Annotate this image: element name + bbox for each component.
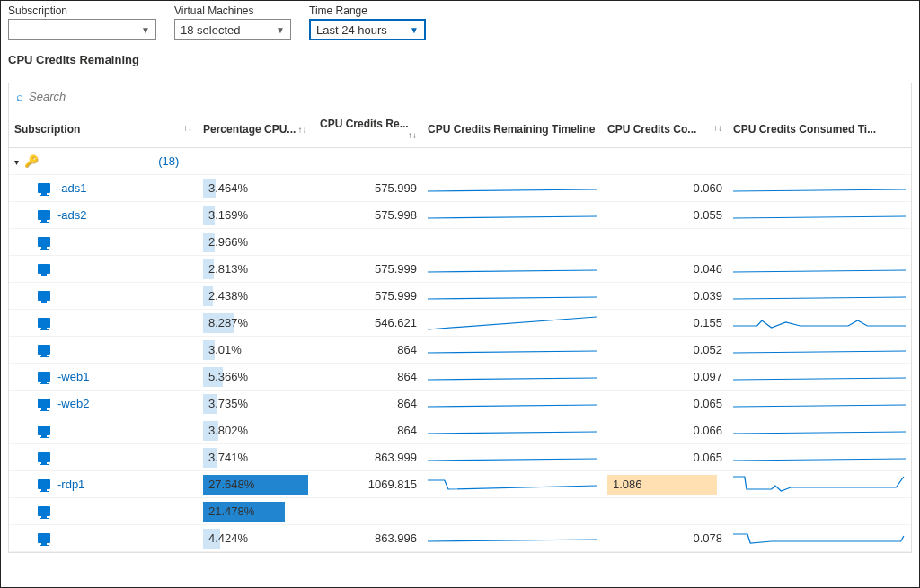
percentage-cpu-bar: 3.01% bbox=[203, 340, 309, 360]
credits-consumed-sparkline bbox=[728, 444, 911, 471]
vm-icon bbox=[38, 426, 50, 435]
credits-consumed-value bbox=[602, 229, 728, 256]
subscription-label: Subscription bbox=[8, 4, 156, 17]
vm-icon bbox=[38, 372, 50, 382]
credits-consumed-value: 0.052 bbox=[602, 337, 728, 364]
credits-consumed-value: 0.066 bbox=[602, 417, 728, 444]
percentage-cpu-bar: 3.741% bbox=[203, 448, 309, 468]
vm-link[interactable]: -rdp1 bbox=[58, 478, 84, 491]
credits-remaining-value: 864 bbox=[314, 364, 422, 391]
section-title: CPU Credits Remaining bbox=[1, 40, 919, 83]
table-row: 3.741% 863.9990.065 bbox=[9, 444, 911, 471]
table-row: -ads2 3.169% 575.9980.055 bbox=[9, 202, 911, 229]
credits-remaining-sparkline bbox=[422, 364, 602, 391]
percentage-cpu-bar: 21.478% bbox=[203, 502, 309, 522]
table-row: 2.966% bbox=[9, 229, 911, 256]
vm-link[interactable]: -web1 bbox=[58, 370, 89, 383]
credits-remaining-value: 863.999 bbox=[314, 444, 422, 471]
table-row: 2.438% 575.9990.039 bbox=[9, 283, 911, 310]
table-row: 4.424% 863.9960.078 bbox=[9, 525, 911, 552]
vm-icon bbox=[38, 345, 50, 355]
table-row: 3.802% 8640.066 bbox=[9, 417, 911, 444]
credits-consumed-sparkline bbox=[728, 364, 911, 391]
chevron-down-icon: ▼ bbox=[410, 25, 419, 35]
percentage-cpu-bar: 5.366% bbox=[203, 367, 309, 387]
group-count[interactable]: (18) bbox=[158, 154, 179, 168]
table-row: -web2 3.735% 8640.065 bbox=[9, 391, 911, 417]
percentage-cpu-bar: 3.169% bbox=[203, 206, 309, 225]
table-row: -web1 5.366% 8640.097 bbox=[9, 364, 911, 391]
credits-consumed-sparkline bbox=[728, 202, 911, 229]
credits-consumed-value: 0.065 bbox=[602, 444, 728, 471]
col-percentage-cpu[interactable]: Percentage CPU...↑↓ bbox=[198, 110, 314, 148]
credits-consumed-sparkline bbox=[728, 229, 911, 256]
credits-consumed-sparkline bbox=[728, 391, 911, 417]
vm-icon bbox=[38, 506, 50, 516]
virtual-machines-dropdown[interactable]: 18 selected ▼ bbox=[174, 19, 291, 40]
percentage-cpu-bar: 27.648% bbox=[203, 475, 309, 495]
percentage-cpu-bar: 4.424% bbox=[203, 529, 309, 549]
credits-consumed-sparkline bbox=[728, 337, 911, 364]
time-range-dropdown[interactable]: Last 24 hours ▼ bbox=[309, 19, 426, 40]
percentage-cpu-bar: 2.966% bbox=[203, 233, 309, 252]
credits-consumed-value: 0.097 bbox=[602, 364, 728, 391]
percentage-cpu-bar: 8.287% bbox=[203, 313, 309, 333]
col-credits-consumed-timeline[interactable]: CPU Credits Consumed Ti... bbox=[728, 110, 911, 148]
table-row: 21.478% bbox=[9, 498, 911, 525]
credits-remaining-value: 864 bbox=[314, 337, 422, 364]
credits-remaining-value: 1069.815 bbox=[314, 471, 422, 498]
col-credits-remaining[interactable]: CPU Credits Re...↑↓ bbox=[314, 110, 422, 148]
credits-remaining-sparkline bbox=[422, 471, 602, 498]
credits-remaining-sparkline bbox=[422, 283, 602, 310]
vm-icon bbox=[38, 452, 50, 462]
credits-consumed-sparkline bbox=[728, 471, 911, 498]
credits-remaining-value bbox=[314, 229, 422, 256]
vm-link[interactable]: -web2 bbox=[58, 397, 89, 410]
credits-consumed-value: 0.039 bbox=[602, 283, 728, 310]
credits-consumed-sparkline bbox=[728, 256, 911, 283]
credits-remaining-sparkline bbox=[422, 417, 602, 444]
percentage-cpu-bar: 2.438% bbox=[203, 286, 309, 306]
virtual-machines-label: Virtual Machines bbox=[174, 4, 291, 17]
col-subscription[interactable]: Subscription↑↓ bbox=[9, 110, 198, 148]
vm-link[interactable]: -ads1 bbox=[58, 181, 87, 195]
search-icon: ⌕ bbox=[16, 90, 23, 103]
chevron-down-icon: ▼ bbox=[276, 25, 285, 35]
vm-icon bbox=[38, 533, 50, 543]
col-credits-remaining-timeline[interactable]: CPU Credits Remaining Timeline bbox=[422, 110, 602, 148]
credits-remaining-sparkline bbox=[422, 202, 602, 229]
col-credits-consumed[interactable]: CPU Credits Co...↑↓ bbox=[602, 110, 728, 148]
credits-consumed-value: 0.065 bbox=[602, 391, 728, 417]
credits-remaining-value: 575.998 bbox=[314, 202, 422, 229]
credits-remaining-sparkline bbox=[422, 498, 602, 525]
chevron-down-icon: ▼ bbox=[141, 25, 150, 35]
percentage-cpu-bar: 2.813% bbox=[203, 259, 309, 279]
time-range-value: Last 24 hours bbox=[316, 23, 410, 37]
credits-consumed-value: 0.055 bbox=[602, 202, 728, 229]
vm-icon bbox=[38, 183, 50, 193]
search-input[interactable] bbox=[29, 90, 904, 103]
table-row: -ads1 3.464% 575.9990.060 bbox=[9, 175, 911, 202]
vm-link[interactable]: -ads2 bbox=[58, 208, 87, 222]
credits-remaining-value bbox=[314, 498, 422, 525]
subscription-dropdown[interactable]: ▼ bbox=[8, 19, 156, 40]
vm-icon bbox=[38, 479, 50, 489]
credits-consumed-value: 0.060 bbox=[602, 175, 728, 202]
credits-remaining-value: 546.621 bbox=[314, 310, 422, 337]
group-row[interactable]: ▾ 🔑 (18) bbox=[9, 148, 911, 175]
credits-remaining-value: 864 bbox=[314, 391, 422, 417]
table-row: 8.287% 546.6210.155 bbox=[9, 310, 911, 337]
credits-consumed-value bbox=[602, 498, 728, 525]
table-row: -rdp1 27.648% 1069.8151.086 bbox=[9, 471, 911, 498]
credits-remaining-value: 863.996 bbox=[314, 525, 422, 552]
data-grid: ⌕ Subscription↑↓ Percentage CPU...↑↓ CPU… bbox=[8, 83, 912, 553]
vm-icon bbox=[38, 318, 50, 328]
vm-icon bbox=[38, 291, 50, 301]
key-icon: 🔑 bbox=[24, 154, 39, 168]
credits-remaining-sparkline bbox=[422, 337, 602, 364]
credits-consumed-sparkline bbox=[728, 283, 911, 310]
credits-remaining-sparkline bbox=[422, 256, 602, 283]
credits-remaining-sparkline bbox=[422, 391, 602, 417]
percentage-cpu-bar: 3.802% bbox=[203, 421, 309, 441]
search-bar[interactable]: ⌕ bbox=[9, 83, 911, 110]
